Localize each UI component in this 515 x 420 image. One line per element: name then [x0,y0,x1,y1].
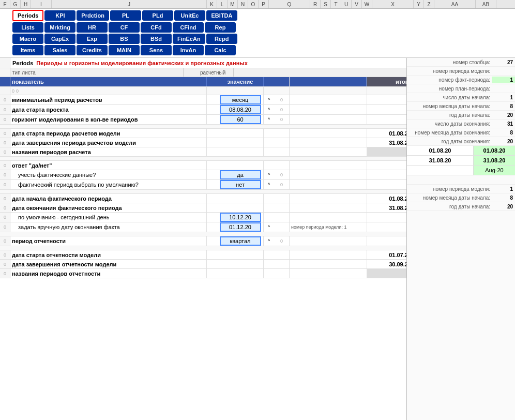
nav-btn-rep[interactable]: Rep [205,22,236,33]
rnum-16: 0 [0,260,10,268]
col-k: K [207,0,217,8]
c7-2 [367,105,406,114]
label-min-period: минимальный период расчетов [10,95,207,104]
c3-4 [217,129,264,138]
col-ab: AB [476,0,496,8]
c2-10 [207,194,217,203]
c5-6 [274,147,290,156]
rnum-5: 0 [0,138,10,147]
c6-16 [290,260,367,268]
row-default-period: 0 фактический период выбрать по умолчани… [0,180,406,190]
c2-13 [207,222,217,232]
nav-btn-invan[interactable]: InvAn [173,45,204,55]
rip-start-day: число даты начала: 1 [407,93,515,102]
row-report-names: 0 названия периодов отчетности 3кв20г [0,269,406,278]
label-start-date: дата старта проекта [10,105,207,114]
rip-val-plan-num [492,88,515,89]
c7-report-start: 01.07.20 [367,250,406,259]
rip-label-year2: год даты начала: [407,203,492,210]
col-r: R [310,0,321,8]
row-report-end: 0 дата завершения отчетности модели 30.0… [0,260,406,269]
navigation-area: Periods KPI Prdction PL PLd UnitEc EBITD… [0,9,515,58]
nav-btn-repd[interactable]: Repd [206,34,237,44]
nav-btn-kpi[interactable]: KPI [44,10,75,21]
label-model-start: дата старта периода расчетов модели [10,129,207,138]
col-q: Q [269,0,310,8]
c5-15 [274,250,290,259]
col-z: Z [424,0,434,8]
nav-btn-unitec[interactable]: UnitEc [174,10,205,21]
nav-btn-main[interactable]: MAIN [109,45,140,55]
rip-model-num2: номер периода модели: 1 [407,185,515,193]
nav-btn-credits[interactable]: Credits [77,45,108,55]
c2-7 [207,161,217,170]
rip-plan-period-num: номер план-периода: [407,84,515,93]
rip-col-num: номер столбца: 27 [407,58,515,67]
c2-1 [207,95,217,104]
row-num-zero [0,87,10,95]
nav-btn-cfd[interactable]: CFd [141,22,172,33]
input-default-period[interactable]: нет [217,180,264,189]
nav-btn-lists[interactable]: Lists [12,22,43,33]
nav-btn-bsd[interactable]: BSd [141,34,172,44]
rip-label-plan-num: номер план-периода: [407,85,492,92]
input-today[interactable]: 10.12.20 [217,213,264,222]
nav-btn-cf[interactable]: CF [109,22,140,33]
nav-btn-capex[interactable]: CapEx [44,34,75,44]
rip-val-fact-num: 1 [492,77,515,83]
label-fact-start: дата начала фактического периода [10,194,207,203]
rip-start-month: номер месяца даты начала: 8 [407,102,515,111]
c5-7 [274,161,290,170]
nav-btn-hr[interactable]: HR [77,22,108,33]
nav-btn-macro[interactable]: Macro [12,34,43,44]
nav-btn-mrkting[interactable]: Mrkting [44,22,75,33]
spacer-header1 [207,77,217,86]
nav-btn-finecan[interactable]: FinEcAn [173,34,205,44]
rip-end-year: год даты окончания: 20 [407,137,515,146]
input-report-period[interactable]: квартал [217,236,264,246]
nav-btn-sales[interactable]: Sales [44,45,75,55]
c6-1 [290,95,367,104]
label-today: по умолчанию - сегодняшний день [10,213,207,222]
input-horizon[interactable]: 60 [217,115,264,124]
col-n: N [238,0,248,8]
c6-4 [290,129,367,138]
c5-13 [274,222,290,232]
c3-6 [217,147,264,156]
nav-btn-exp[interactable]: Exp [77,34,108,44]
label-horizon: горизонт моделирования в кол-ве периодов [10,115,207,124]
column-header-blue-row: показатель значение итого Aug-20 [0,77,406,87]
nav-btn-pld[interactable]: PLd [142,10,173,21]
nav-btn-pl[interactable]: PL [110,10,141,21]
c7-model-start: 01.08.20 [367,129,406,138]
c3-7 [217,161,264,170]
input-min-period[interactable]: месяц [217,95,264,104]
nav-btn-sens[interactable]: Sens [141,45,172,55]
rnum-14: 0 [0,236,10,246]
nav-btn-calc[interactable]: Calc [205,45,236,55]
input-manual-end[interactable]: 01.12.20 [217,222,264,232]
divider-2 [0,157,406,161]
nav-btn-ebitda[interactable]: EBITDA [206,10,237,21]
col-h: H [21,0,31,8]
nav-btn-periods[interactable]: Periods [12,10,43,21]
arr14: ^ [264,236,274,246]
nav-btn-bs[interactable]: BS [109,34,140,44]
row-report-start: 0 дата старта отчетности модели 01.07.20… [0,250,406,260]
rnum-12: 0 [0,213,10,222]
input-start-date[interactable]: 08.08.20 [217,105,264,114]
nav-btn-items[interactable]: Items [12,45,43,55]
c5-16 [274,260,290,268]
c3-10 [217,194,264,203]
col-f: F [0,0,10,8]
divider-5 [0,246,406,250]
col-x: X [372,0,414,8]
c6-14 [290,236,367,246]
c7-report-names [367,269,406,278]
header-показатель: показатель [10,77,207,86]
nav-btn-cfind[interactable]: CFind [173,22,204,33]
input-use-actual[interactable]: да [217,170,264,179]
nav-btn-prdction[interactable]: Prdction [77,10,109,21]
rip-fact-period-num: номер факт-периода: 1 [407,76,515,84]
c5-3: 0 [274,115,290,124]
